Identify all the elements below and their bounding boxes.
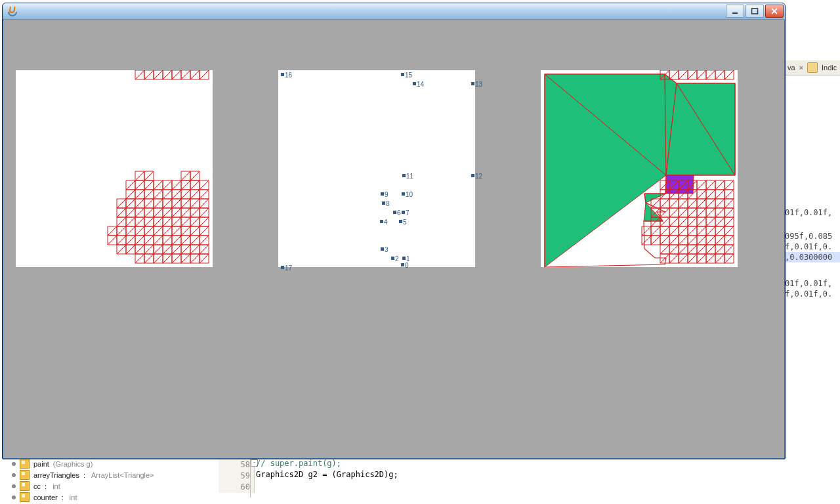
minimize-button[interactable] (726, 5, 744, 18)
outline-name: cc (33, 482, 41, 490)
code-peek-line: f,0.01f,0. (785, 242, 840, 252)
point-marker (471, 82, 474, 85)
point-marker (391, 257, 394, 260)
point-marker (402, 192, 405, 196)
point-label: 16 (285, 72, 292, 79)
java-app-window: 01234567891011121314151617 (2, 3, 786, 459)
outline-name: counter (33, 494, 58, 501)
outline-name: arreyTriangles (33, 471, 79, 479)
editor-tabstrip: va × Indic (785, 60, 840, 75)
point-marker (380, 220, 383, 223)
maximize-button[interactable] (746, 5, 764, 18)
code-peek-line: 01f,0.01f, (785, 207, 840, 218)
point-label: 0 (405, 262, 409, 269)
panel-filled (541, 70, 738, 267)
svg-rect-0 (732, 12, 738, 14)
code-peek-line: ,0.0300000 (785, 252, 840, 262)
point-label: 10 (406, 191, 413, 198)
outline-item[interactable]: counter : int (12, 492, 209, 503)
point-marker (381, 247, 384, 251)
tab-label[interactable]: va (788, 64, 795, 72)
tree-bullet-icon (12, 473, 16, 477)
point-marker (401, 263, 404, 266)
code-peek-line: 01f,0.01f, (785, 278, 840, 289)
line-number: 58 (219, 459, 250, 471)
point-label: 15 (405, 72, 412, 79)
close-button[interactable] (765, 5, 784, 18)
outline-type: ArrayList<Triangle> (91, 471, 154, 479)
point-marker (281, 266, 284, 269)
outline-type: int (52, 482, 60, 490)
panel-triangles (16, 70, 213, 267)
tab-close-icon[interactable]: × (799, 64, 803, 72)
field-icon (20, 481, 30, 491)
point-label: 13 (475, 81, 482, 88)
point-marker (402, 211, 405, 214)
point-marker (381, 192, 384, 196)
tree-bullet-icon (12, 484, 16, 488)
point-label: 8 (386, 200, 390, 207)
triangles-canvas (16, 70, 213, 267)
point-marker (399, 220, 402, 223)
code-peek-line: 095f,0.085 (785, 231, 840, 242)
point-label: 2 (395, 255, 399, 262)
point-label: 12 (475, 173, 482, 180)
outline-type: (Graphics g) (53, 460, 93, 468)
point-marker (401, 73, 404, 76)
point-marker (402, 257, 406, 260)
titlebar[interactable] (3, 3, 785, 20)
filled-canvas (541, 70, 738, 267)
tree-bullet-icon (12, 462, 16, 466)
code-line: Graphics2D g2 = (Graphics2D)g; (256, 470, 398, 479)
panel-points: 01234567891011121314151617 (278, 70, 475, 267)
point-marker (382, 201, 385, 205)
outline-item[interactable]: paint (Graphics g) (12, 458, 209, 469)
svg-rect-1 (752, 9, 758, 14)
point-label: 1 (406, 255, 410, 262)
point-marker (393, 211, 396, 214)
outline-item[interactable]: arreyTriangles : ArrayList<Triangle> (12, 469, 209, 480)
line-number-gutter: 58 59 60 (219, 458, 255, 493)
point-marker (471, 174, 474, 177)
code-peek-line: f,0.01f,0. (785, 289, 840, 299)
point-label: 9 (385, 191, 388, 198)
java-file-icon (807, 62, 818, 73)
outline-view: paint (Graphics g) arreyTriangles : Arra… (12, 458, 209, 503)
code-line: // super.paint(g); (256, 459, 341, 468)
client-area: 01234567891011121314151617 (5, 22, 782, 456)
outline-item[interactable]: cc : int (12, 480, 209, 492)
outline-name: paint (33, 460, 49, 468)
field-icon (20, 470, 30, 480)
point-label: 14 (417, 81, 424, 88)
editor-code[interactable]: // super.paint(g); Graphics2D g2 = (Grap… (256, 458, 398, 492)
point-label: 3 (385, 246, 388, 253)
line-number: 60 (219, 482, 250, 493)
point-marker (402, 174, 406, 177)
point-label: 17 (285, 264, 292, 272)
point-marker (413, 82, 416, 85)
tree-bullet-icon (12, 495, 16, 499)
point-label: 7 (406, 209, 410, 217)
point-label: 4 (384, 219, 388, 226)
tab-label-other[interactable]: Indic (822, 64, 837, 72)
field-icon (20, 492, 30, 502)
outline-type: int (70, 494, 77, 501)
point-label: 11 (406, 173, 413, 180)
svg-marker-7 (644, 194, 665, 203)
field-icon (20, 459, 30, 469)
point-label: 6 (397, 209, 401, 217)
point-label: 5 (403, 219, 407, 226)
java-cup-icon (7, 6, 17, 16)
point-marker (281, 73, 284, 76)
line-number: 59 (219, 471, 250, 482)
